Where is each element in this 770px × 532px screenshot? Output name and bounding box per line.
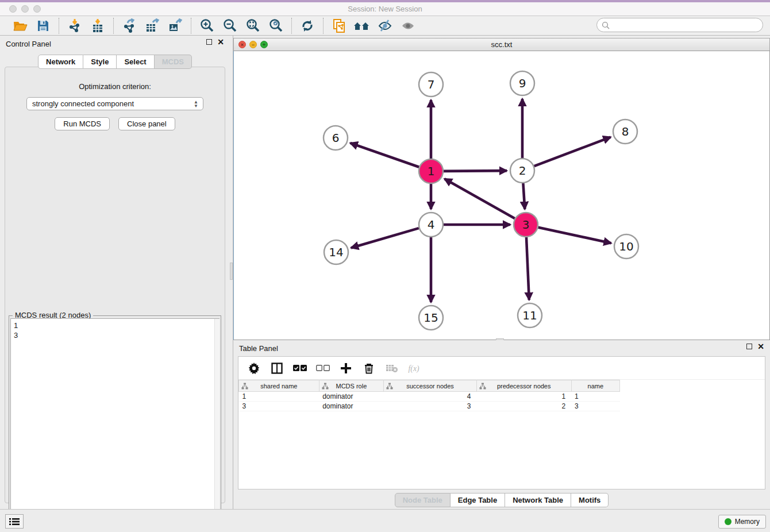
open-session-icon[interactable] xyxy=(10,17,30,34)
close-panel-icon[interactable]: ✕ xyxy=(217,39,224,45)
network-zoom-button[interactable]: + xyxy=(260,41,268,48)
splitter-handle-icon[interactable] xyxy=(230,263,233,280)
edge-2-8[interactable] xyxy=(534,137,611,167)
zoom-out-icon[interactable] xyxy=(220,17,240,34)
criterion-select[interactable]: strongly connected component ▲▼ xyxy=(26,97,203,110)
table-cell[interactable]: 3 xyxy=(239,402,319,411)
import-network-icon[interactable] xyxy=(65,17,84,34)
node-15[interactable]: 15 xyxy=(419,306,443,330)
edge-2-3[interactable] xyxy=(523,183,525,209)
edge-3-1[interactable] xyxy=(445,179,515,218)
edge-3-10[interactable] xyxy=(538,228,611,244)
column-header-shared-name[interactable]: shared name xyxy=(239,380,319,392)
node-7[interactable]: 7 xyxy=(419,72,443,97)
tab-network-table[interactable]: Network Table xyxy=(505,493,571,507)
show-all-icon[interactable] xyxy=(398,17,418,34)
import-table-icon[interactable] xyxy=(88,17,107,34)
table-row[interactable]: 3dominator323 xyxy=(239,402,620,411)
refresh-layout-icon[interactable] xyxy=(298,17,317,34)
edge-4-14[interactable] xyxy=(351,228,419,248)
export-image-icon[interactable] xyxy=(165,17,185,34)
float-panel-icon[interactable] xyxy=(206,39,212,45)
tab-node-table[interactable]: Node Table xyxy=(395,493,451,507)
criterion-value: strongly connected component xyxy=(32,99,134,108)
svg-text:8: 8 xyxy=(622,125,629,138)
search-input[interactable] xyxy=(612,21,756,29)
table-cell[interactable]: dominator xyxy=(319,402,384,411)
search-box[interactable] xyxy=(596,18,763,32)
application-window: Session: New Session xyxy=(0,0,770,532)
tab-edge-table[interactable]: Edge Table xyxy=(451,493,505,507)
network-close-button[interactable]: × xyxy=(238,41,246,48)
node-1[interactable]: 1 xyxy=(419,159,443,183)
run-mcds-button[interactable]: Run MCDS xyxy=(55,117,110,130)
svg-text:14: 14 xyxy=(329,245,343,259)
first-neighbors-icon[interactable] xyxy=(352,17,372,34)
task-history-button[interactable] xyxy=(5,514,24,529)
select-all-icon[interactable] xyxy=(292,361,307,376)
node-9[interactable]: 9 xyxy=(510,71,534,95)
table-cell[interactable]: 4 xyxy=(384,392,477,402)
export-table-icon[interactable] xyxy=(143,17,162,34)
node-10[interactable]: 10 xyxy=(614,234,638,259)
app-title: Session: New Session xyxy=(0,5,770,13)
zoom-selected-icon[interactable] xyxy=(266,17,286,34)
save-session-icon[interactable] xyxy=(33,17,53,34)
node-6[interactable]: 6 xyxy=(324,126,348,150)
close-table-panel-icon[interactable]: ✕ xyxy=(757,344,764,349)
table-row[interactable]: 1dominator411 xyxy=(239,392,620,402)
function-builder-icon[interactable]: f(x) xyxy=(407,361,422,376)
mcds-result-text[interactable]: 1 3 xyxy=(10,318,220,530)
edge-1-6[interactable] xyxy=(350,143,419,167)
node-3[interactable]: 3 xyxy=(514,213,538,237)
column-header-MCDS-role[interactable]: MCDS role xyxy=(319,380,384,392)
network-graph[interactable]: 7968124314101511 xyxy=(234,51,769,340)
tab-motifs[interactable]: Motifs xyxy=(571,493,609,507)
tab-select[interactable]: Select xyxy=(117,55,154,69)
edge-1-2[interactable] xyxy=(444,171,507,171)
select-stepper-icon: ▲▼ xyxy=(193,99,199,109)
tab-mcds[interactable]: MCDS xyxy=(155,55,192,69)
network-canvas[interactable]: 7968124314101511 xyxy=(233,51,770,340)
node-8[interactable]: 8 xyxy=(613,119,637,144)
result-scrollbar[interactable] xyxy=(214,319,220,529)
table-cell[interactable]: 1 xyxy=(239,392,319,402)
delete-column-icon[interactable] xyxy=(361,361,376,376)
window-top-edge xyxy=(0,0,770,2)
node-table[interactable]: shared nameMCDS rolesuccessor nodesprede… xyxy=(238,380,620,411)
column-header-name[interactable]: name xyxy=(571,380,619,392)
tab-style[interactable]: Style xyxy=(83,55,117,69)
table-cell[interactable]: 1 xyxy=(476,392,571,402)
node-11[interactable]: 11 xyxy=(518,303,542,327)
network-view-window: × − + scc.txt 7968124314101511 xyxy=(233,38,770,340)
table-cell[interactable]: 3 xyxy=(571,402,619,411)
zoom-in-icon[interactable] xyxy=(197,17,217,34)
svg-text:15: 15 xyxy=(424,311,438,325)
close-panel-button[interactable]: Close panel xyxy=(118,117,175,130)
add-column-icon[interactable] xyxy=(338,361,353,376)
edge-3-11[interactable] xyxy=(526,237,529,300)
search-icon xyxy=(602,21,610,29)
table-cell[interactable]: dominator xyxy=(319,392,384,402)
float-table-panel-icon[interactable] xyxy=(746,344,752,349)
hide-selected-icon[interactable] xyxy=(375,17,395,34)
node-4[interactable]: 4 xyxy=(419,213,443,237)
deselect-all-icon[interactable] xyxy=(315,361,330,376)
gear-icon[interactable] xyxy=(247,361,261,376)
export-network-icon[interactable] xyxy=(120,17,139,34)
delete-table-icon[interactable] xyxy=(384,361,399,376)
column-layout-icon[interactable] xyxy=(270,361,284,376)
tab-network[interactable]: Network xyxy=(38,55,83,69)
network-window-titlebar[interactable]: × − + scc.txt xyxy=(233,38,770,51)
column-header-successor-nodes[interactable]: successor nodes xyxy=(384,380,477,392)
node-2[interactable]: 2 xyxy=(510,159,534,183)
table-cell[interactable]: 2 xyxy=(476,402,571,411)
zoom-fit-icon[interactable] xyxy=(243,17,263,34)
column-header-predecessor-nodes[interactable]: predecessor nodes xyxy=(476,380,571,392)
network-minimize-button[interactable]: − xyxy=(249,41,257,48)
node-14[interactable]: 14 xyxy=(324,240,348,264)
duplicate-network-icon[interactable] xyxy=(329,17,349,34)
memory-button[interactable]: Memory xyxy=(718,515,766,529)
table-cell[interactable]: 1 xyxy=(571,392,619,402)
table-cell[interactable]: 3 xyxy=(384,402,477,411)
